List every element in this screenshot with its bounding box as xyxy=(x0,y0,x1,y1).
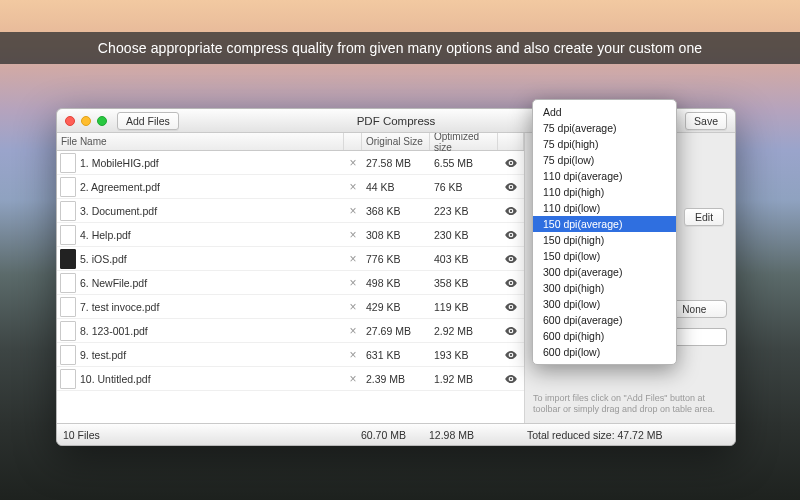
file-thumb xyxy=(60,273,76,293)
remove-file-button[interactable]: × xyxy=(344,372,362,386)
file-name: 6. NewFile.pdf xyxy=(80,277,344,289)
eye-icon[interactable] xyxy=(504,300,518,314)
close-button[interactable] xyxy=(65,116,75,126)
quality-dropdown[interactable]: Add75 dpi(average)75 dpi(high)75 dpi(low… xyxy=(532,99,677,365)
quality-option[interactable]: 75 dpi(high) xyxy=(533,136,676,152)
file-name: 3. Document.pdf xyxy=(80,205,344,217)
col-original-size[interactable]: Original Size xyxy=(362,133,430,150)
remove-file-button[interactable]: × xyxy=(344,276,362,290)
file-name: 5. iOS.pdf xyxy=(80,253,344,265)
optimized-size: 119 KB xyxy=(430,301,498,313)
eye-icon[interactable] xyxy=(504,324,518,338)
quality-option[interactable]: 110 dpi(high) xyxy=(533,184,676,200)
optimized-size: 223 KB xyxy=(430,205,498,217)
eye-icon[interactable] xyxy=(504,156,518,170)
edit-quality-button-wrap: Edit xyxy=(684,208,724,226)
table-row[interactable]: 2. Agreement.pdf×44 KB76 KB xyxy=(57,175,524,199)
remove-file-button[interactable]: × xyxy=(344,252,362,266)
file-thumb xyxy=(60,369,76,389)
file-thumb xyxy=(60,225,76,245)
caption-text: Choose appropriate compress quality from… xyxy=(98,40,702,56)
file-name: 10. Untitled.pdf xyxy=(80,373,344,385)
minimize-button[interactable] xyxy=(81,116,91,126)
quality-option[interactable]: 300 dpi(average) xyxy=(533,264,676,280)
original-size: 368 KB xyxy=(362,205,430,217)
file-name: 1. MobileHIG.pdf xyxy=(80,157,344,169)
original-size: 308 KB xyxy=(362,229,430,241)
zoom-button[interactable] xyxy=(97,116,107,126)
quality-option[interactable]: 110 dpi(low) xyxy=(533,200,676,216)
save-label: Save xyxy=(694,115,718,127)
remove-file-button[interactable]: × xyxy=(344,348,362,362)
table-row[interactable]: 8. 123-001.pdf×27.69 MB2.92 MB xyxy=(57,319,524,343)
table-row[interactable]: 1. MobileHIG.pdf×27.58 MB6.55 MB xyxy=(57,151,524,175)
file-name: 7. test invoce.pdf xyxy=(80,301,344,313)
quality-option[interactable]: 150 dpi(low) xyxy=(533,248,676,264)
quality-option[interactable]: 110 dpi(average) xyxy=(533,168,676,184)
original-size: 44 KB xyxy=(362,181,430,193)
file-thumb xyxy=(60,345,76,365)
edit-label: Edit xyxy=(695,211,713,223)
table-row[interactable]: 7. test invoce.pdf×429 KB119 KB xyxy=(57,295,524,319)
remove-file-button[interactable]: × xyxy=(344,228,362,242)
optimized-size: 6.55 MB xyxy=(430,157,498,169)
quality-option[interactable]: 300 dpi(low) xyxy=(533,296,676,312)
file-thumb xyxy=(60,201,76,221)
file-thumb xyxy=(60,153,76,173)
quality-option[interactable]: 150 dpi(average) xyxy=(533,216,676,232)
file-thumb xyxy=(60,177,76,197)
table-row[interactable]: 5. iOS.pdf×776 KB403 KB xyxy=(57,247,524,271)
total-original: 60.70 MB xyxy=(357,429,425,441)
optimized-size: 358 KB xyxy=(430,277,498,289)
quality-option[interactable]: 600 dpi(low) xyxy=(533,344,676,360)
eye-icon[interactable] xyxy=(504,204,518,218)
remove-file-button[interactable]: × xyxy=(344,324,362,338)
quality-option[interactable]: 600 dpi(high) xyxy=(533,328,676,344)
col-preview xyxy=(498,133,524,150)
file-name: 8. 123-001.pdf xyxy=(80,325,344,337)
eye-icon[interactable] xyxy=(504,348,518,362)
table-row[interactable]: 3. Document.pdf×368 KB223 KB xyxy=(57,199,524,223)
import-hint: To import files click on "Add Files" but… xyxy=(533,393,727,416)
col-remove xyxy=(344,133,362,150)
table-row[interactable]: 4. Help.pdf×308 KB230 KB xyxy=(57,223,524,247)
remove-file-button[interactable]: × xyxy=(344,180,362,194)
file-thumb xyxy=(60,297,76,317)
quality-option[interactable]: Add xyxy=(533,104,676,120)
original-size: 498 KB xyxy=(362,277,430,289)
file-name: 2. Agreement.pdf xyxy=(80,181,344,193)
eye-icon[interactable] xyxy=(504,180,518,194)
quality-option[interactable]: 75 dpi(low) xyxy=(533,152,676,168)
status-bar: 10 Files 60.70 MB 12.98 MB Total reduced… xyxy=(57,423,735,445)
caption-banner: Choose appropriate compress quality from… xyxy=(0,32,800,64)
table-row[interactable]: 10. Untitled.pdf×2.39 MB1.92 MB xyxy=(57,367,524,391)
table-rows: 1. MobileHIG.pdf×27.58 MB6.55 MB2. Agree… xyxy=(57,151,524,423)
eye-icon[interactable] xyxy=(504,276,518,290)
optimized-size: 403 KB xyxy=(430,253,498,265)
eye-icon[interactable] xyxy=(504,372,518,386)
desktop-wallpaper: Choose appropriate compress quality from… xyxy=(0,0,800,500)
remove-file-button[interactable]: × xyxy=(344,156,362,170)
file-table: File Name Original Size Optimized size 1… xyxy=(57,133,525,423)
eye-icon[interactable] xyxy=(504,228,518,242)
file-name: 4. Help.pdf xyxy=(80,229,344,241)
optimized-size: 1.92 MB xyxy=(430,373,498,385)
total-reduced: Total reduced size: 47.72 MB xyxy=(519,429,729,441)
remove-file-button[interactable]: × xyxy=(344,204,362,218)
table-row[interactable]: 9. test.pdf×631 KB193 KB xyxy=(57,343,524,367)
table-row[interactable]: 6. NewFile.pdf×498 KB358 KB xyxy=(57,271,524,295)
quality-option[interactable]: 150 dpi(high) xyxy=(533,232,676,248)
col-optimized-size[interactable]: Optimized size xyxy=(430,133,498,150)
original-size: 2.39 MB xyxy=(362,373,430,385)
quality-option[interactable]: 75 dpi(average) xyxy=(533,120,676,136)
optimized-size: 230 KB xyxy=(430,229,498,241)
quality-option[interactable]: 300 dpi(high) xyxy=(533,280,676,296)
remove-file-button[interactable]: × xyxy=(344,300,362,314)
quality-option[interactable]: 600 dpi(average) xyxy=(533,312,676,328)
save-button[interactable]: Save xyxy=(685,112,727,130)
file-name: 9. test.pdf xyxy=(80,349,344,361)
add-files-button[interactable]: Add Files xyxy=(117,112,179,130)
eye-icon[interactable] xyxy=(504,252,518,266)
col-filename[interactable]: File Name xyxy=(57,133,344,150)
edit-quality-button[interactable]: Edit xyxy=(684,208,724,226)
